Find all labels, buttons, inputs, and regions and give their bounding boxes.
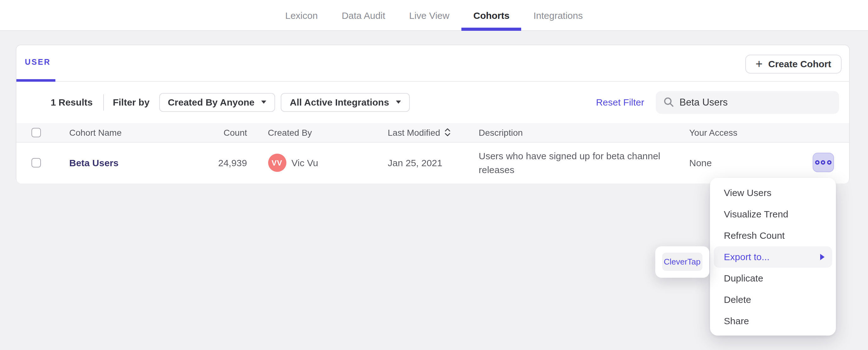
cohort-count: 24,939 bbox=[182, 158, 247, 168]
caret-down-icon bbox=[396, 101, 401, 104]
menu-item-export-to-label: Export to... bbox=[724, 251, 770, 262]
creator-cell: VV Vic Vu bbox=[268, 154, 318, 172]
row-actions-button[interactable] bbox=[812, 152, 834, 172]
search-icon bbox=[663, 97, 674, 108]
nav-label: Live View bbox=[409, 10, 450, 21]
header-cohort-name: Cohort Name bbox=[69, 128, 122, 138]
nav-item-live-view[interactable]: Live View bbox=[397, 0, 461, 30]
active-tab-underline bbox=[461, 28, 522, 31]
tab-user-label: USER bbox=[25, 58, 51, 67]
header-description: Description bbox=[479, 128, 523, 138]
nav-item-cohorts[interactable]: Cohorts bbox=[461, 0, 522, 30]
select-all-checkbox[interactable] bbox=[31, 128, 41, 137]
top-nav: Lexicon Data Audit Live View Cohorts Int… bbox=[0, 0, 868, 31]
nav-item-integrations[interactable]: Integrations bbox=[522, 0, 595, 30]
meatball-icon bbox=[827, 160, 831, 164]
vertical-divider bbox=[103, 94, 104, 111]
reset-filter-link[interactable]: Reset Filter bbox=[596, 97, 644, 108]
cohorts-panel: USER + Create Cohort 1 Results Filter by… bbox=[16, 45, 850, 182]
meatball-icon bbox=[821, 160, 825, 164]
plus-icon: + bbox=[756, 58, 763, 70]
filter-by-label: Filter by bbox=[113, 97, 150, 108]
row-checkbox-cell bbox=[31, 159, 41, 168]
menu-item-export-to[interactable]: Export to... bbox=[713, 246, 832, 267]
submenu-arrow-icon bbox=[820, 253, 825, 260]
cohort-name-link[interactable]: Beta Users bbox=[69, 158, 119, 168]
menu-item-view-users[interactable]: View Users bbox=[710, 182, 836, 203]
header-your-access: Your Access bbox=[689, 128, 737, 138]
row-checkbox[interactable] bbox=[31, 159, 41, 168]
nav-item-lexicon[interactable]: Lexicon bbox=[273, 0, 330, 30]
create-cohort-button[interactable]: + Create Cohort bbox=[746, 55, 841, 73]
nav-label: Cohorts bbox=[473, 10, 509, 21]
sort-icon bbox=[445, 128, 451, 137]
nav-label: Data Audit bbox=[342, 10, 385, 21]
menu-item-visualize-trend[interactable]: Visualize Trend bbox=[710, 203, 836, 225]
create-cohort-label: Create Cohort bbox=[768, 59, 831, 69]
menu-item-refresh-count[interactable]: Refresh Count bbox=[710, 225, 836, 246]
avatar: VV bbox=[268, 154, 286, 172]
select-all-checkbox-cell bbox=[31, 128, 41, 137]
integrations-dropdown[interactable]: All Active Integrations bbox=[281, 93, 410, 112]
page: Lexicon Data Audit Live View Cohorts Int… bbox=[0, 0, 868, 350]
nav-label: Lexicon bbox=[285, 10, 317, 21]
search-box[interactable] bbox=[656, 91, 839, 114]
menu-item-duplicate[interactable]: Duplicate bbox=[710, 267, 836, 289]
table-row: Beta Users 24,939 VV Vic Vu Jan 25, 2021… bbox=[16, 143, 849, 183]
export-submenu: CleverTap bbox=[655, 246, 709, 278]
row-actions-menu: View Users Visualize Trend Refresh Count… bbox=[710, 178, 836, 336]
nav-item-data-audit[interactable]: Data Audit bbox=[330, 0, 397, 30]
access-value: None bbox=[689, 158, 712, 168]
table-header: Cohort Name Count Created By Last Modifi… bbox=[16, 123, 849, 143]
header-last-modified[interactable]: Last Modified bbox=[388, 128, 451, 138]
header-created-by: Created By bbox=[268, 128, 312, 138]
caret-down-icon bbox=[261, 101, 267, 104]
creator-name: Vic Vu bbox=[291, 158, 318, 168]
top-nav-items: Lexicon Data Audit Live View Cohorts Int… bbox=[0, 0, 868, 30]
menu-item-share[interactable]: Share bbox=[710, 310, 836, 331]
submenu-item-clevertap[interactable]: CleverTap bbox=[662, 252, 703, 271]
meatball-icon bbox=[815, 160, 819, 164]
search-input[interactable] bbox=[680, 97, 832, 108]
cohort-description: Users who have signed up for beta channe… bbox=[479, 149, 662, 177]
header-count: Count bbox=[182, 128, 247, 138]
results-count: 1 Results bbox=[51, 97, 93, 108]
nav-label: Integrations bbox=[533, 10, 583, 21]
created-by-dropdown[interactable]: Created By Anyone bbox=[159, 93, 275, 112]
tab-user[interactable]: USER bbox=[16, 45, 55, 82]
last-modified-date: Jan 25, 2021 bbox=[388, 158, 442, 168]
filter-bar: 1 Results Filter by Created By Anyone Al… bbox=[16, 82, 849, 123]
menu-item-delete[interactable]: Delete bbox=[710, 289, 836, 310]
integrations-dropdown-label: All Active Integrations bbox=[290, 97, 389, 108]
created-by-dropdown-label: Created By Anyone bbox=[168, 97, 255, 108]
header-last-modified-label: Last Modified bbox=[388, 128, 440, 138]
panel-tabs-row: USER + Create Cohort bbox=[16, 45, 849, 82]
